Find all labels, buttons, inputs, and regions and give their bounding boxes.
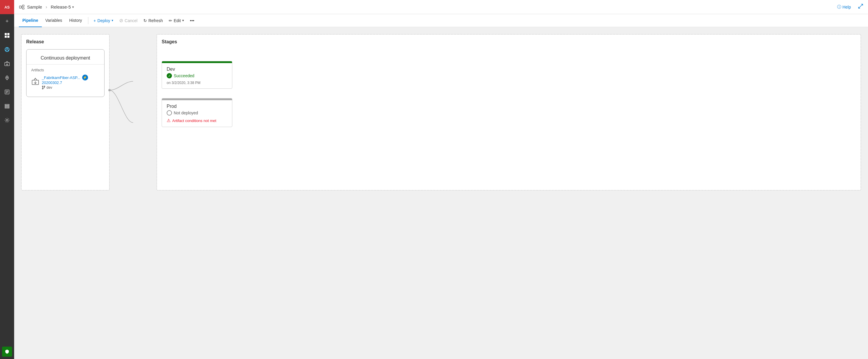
- prod-stage-warning: ⚠ Artifact conditions not met: [167, 118, 227, 123]
- not-deployed-circle-icon: [167, 110, 172, 115]
- refresh-button[interactable]: ↻ Refresh: [141, 16, 166, 25]
- dev-stage-body: Dev ✓ Succeeded on 3/2/2020, 3:38 PM: [162, 63, 232, 88]
- rocket-icon[interactable]: [0, 71, 14, 85]
- pipeline-container: Release Continuous deployment Artifacts …: [21, 34, 861, 190]
- cancel-button[interactable]: ⊘ Cancel: [116, 16, 141, 25]
- stage-card-dev[interactable]: Dev ✓ Succeeded on 3/2/2020, 3:38 PM: [162, 61, 232, 89]
- svg-point-6: [5, 50, 6, 51]
- help-icon: ⓘ: [837, 4, 841, 10]
- stage-card-prod[interactable]: Prod Not deployed ⚠ Artifact conditions …: [162, 98, 232, 127]
- edit-button[interactable]: ✏ Edit ▾: [166, 16, 187, 25]
- deployment-card: Continuous deployment Artifacts _Fabrika…: [26, 49, 104, 97]
- stacks-icon[interactable]: [0, 99, 14, 113]
- svg-line-27: [859, 6, 861, 8]
- tab-history[interactable]: History: [66, 14, 86, 27]
- deployment-card-title: Continuous deployment: [31, 55, 99, 61]
- testplans-icon[interactable]: [0, 85, 14, 99]
- svg-rect-3: [7, 36, 9, 38]
- deploy-button[interactable]: + Deploy ▾: [91, 16, 117, 25]
- svg-point-7: [8, 50, 9, 51]
- pipeline-icon: [19, 4, 25, 10]
- artifact-version[interactable]: 20200302.7: [42, 80, 99, 85]
- dev-stage-time: on 3/2/2020, 3:38 PM: [167, 81, 227, 85]
- svg-point-12: [6, 77, 8, 78]
- prod-stage-name: Prod: [167, 104, 227, 109]
- toolbar-divider: [88, 17, 88, 24]
- svg-rect-21: [20, 6, 21, 8]
- svg-point-32: [42, 88, 43, 89]
- settings-icon[interactable]: [0, 113, 14, 127]
- edit-icon: ✏: [169, 18, 172, 23]
- artifact-name[interactable]: _FabrikamFiber-ASP...: [42, 76, 81, 80]
- prod-stage-status: Not deployed: [167, 110, 227, 115]
- help-link[interactable]: ⓘ Help: [837, 4, 851, 10]
- edit-dropdown-icon: ▾: [182, 19, 184, 22]
- refresh-icon: ↻: [144, 18, 147, 23]
- more-button[interactable]: •••: [187, 16, 197, 25]
- card-divider: [27, 64, 104, 64]
- svg-rect-18: [5, 106, 9, 107]
- artifact-icon: [31, 77, 39, 87]
- deploy-icon: +: [94, 18, 96, 23]
- expand-icon[interactable]: [858, 3, 863, 10]
- tab-variables[interactable]: Variables: [42, 14, 66, 27]
- artifacts-label: Artifacts: [31, 68, 99, 72]
- success-check-icon: ✓: [167, 73, 172, 78]
- tab-pipeline[interactable]: Pipeline: [19, 14, 42, 27]
- svg-point-5: [6, 48, 8, 49]
- repos-icon[interactable]: [0, 43, 14, 57]
- sidebar: AS +: [0, 0, 14, 359]
- svg-point-20: [6, 119, 8, 121]
- svg-rect-0: [5, 33, 7, 35]
- svg-point-33: [108, 89, 111, 91]
- svg-rect-22: [22, 5, 24, 6]
- main-content: Sample › Release-5 ▾ ⓘ Help Pipeline Var…: [14, 0, 868, 359]
- svg-rect-17: [5, 104, 9, 105]
- stages-section-label: Stages: [162, 39, 856, 45]
- dev-stage-status: ✓ Succeeded: [167, 73, 227, 78]
- canvas: Release Continuous deployment Artifacts …: [14, 27, 868, 359]
- top-bar: Sample › Release-5 ▾ ⓘ Help: [14, 0, 868, 14]
- svg-point-31: [44, 86, 45, 87]
- shield-icon[interactable]: [2, 347, 12, 357]
- boards-icon[interactable]: [0, 28, 14, 43]
- artifact-branch: dev: [42, 85, 99, 90]
- svg-point-30: [42, 86, 43, 87]
- connector-svg: [110, 55, 133, 190]
- breadcrumb-separator: ›: [45, 4, 47, 10]
- prod-stage-body: Prod Not deployed ⚠ Artifact conditions …: [162, 100, 232, 127]
- svg-line-9: [7, 49, 8, 50]
- project-title: Sample: [27, 4, 42, 9]
- toolbar: Pipeline Variables History + Deploy ▾ ⊘ …: [14, 14, 868, 27]
- dev-stage-name: Dev: [167, 66, 227, 72]
- svg-rect-1: [7, 33, 9, 35]
- artifacts-deploy-icon[interactable]: [0, 57, 14, 71]
- user-avatar[interactable]: AS: [0, 0, 14, 14]
- deploy-dropdown-icon: ▾: [112, 19, 113, 22]
- stages-section: Stages Dev ✓ Succeeded on 3/2/2020, 3:38…: [157, 34, 861, 190]
- more-icon: •••: [190, 18, 194, 23]
- plus-icon[interactable]: +: [0, 14, 14, 28]
- artifact-item: _FabrikamFiber-ASP... ⚡ 20200302.7 dev: [31, 75, 99, 90]
- lightning-badge: ⚡: [82, 75, 88, 80]
- svg-line-8: [6, 49, 7, 50]
- svg-rect-23: [22, 8, 24, 9]
- svg-rect-2: [5, 36, 7, 38]
- release-section: Release Continuous deployment Artifacts …: [21, 34, 110, 190]
- stage-cards-column: Dev ✓ Succeeded on 3/2/2020, 3:38 PM: [162, 49, 856, 132]
- cancel-icon: ⊘: [119, 18, 123, 23]
- svg-line-26: [861, 4, 863, 6]
- release-section-label: Release: [26, 39, 104, 45]
- artifact-info: _FabrikamFiber-ASP... ⚡ 20200302.7 dev: [42, 75, 99, 90]
- release-title: Release-5 ▾: [51, 4, 73, 9]
- svg-rect-19: [5, 107, 9, 108]
- warning-triangle-icon: ⚠: [167, 118, 170, 123]
